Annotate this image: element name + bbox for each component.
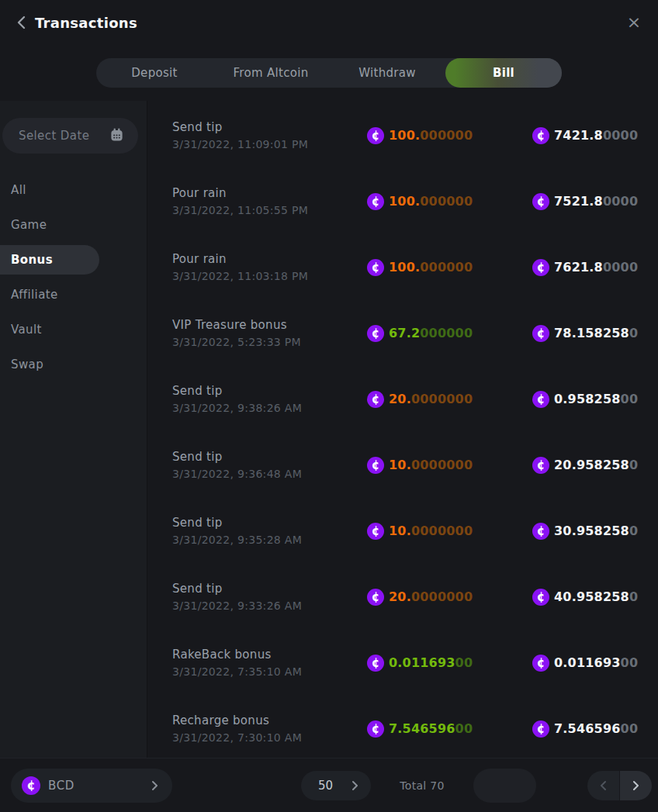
- balance-trailing: 0: [629, 589, 638, 604]
- footer-middle: 50 Total 70: [301, 769, 536, 803]
- filter-label: All: [11, 183, 26, 197]
- transaction-name: Send tip: [172, 120, 367, 134]
- balance-trailing: 0: [629, 326, 638, 340]
- transaction-amount: ¢ 100.000000: [367, 127, 532, 144]
- transaction-name: Send tip: [172, 582, 367, 596]
- transaction-row[interactable]: VIP Treasure bonus 3/31/2022, 5:23:33 PM…: [147, 300, 658, 366]
- transaction-datetime: 3/31/2022, 11:05:55 PM: [172, 204, 367, 216]
- transaction-datetime: 3/31/2022, 11:09:01 PM: [172, 138, 367, 150]
- balance-significant: 7421.8: [554, 128, 603, 143]
- sidebar-filter-item[interactable]: Affiliate: [0, 280, 99, 309]
- chevron-right-icon: [632, 780, 639, 791]
- transaction-row[interactable]: Pour rain 3/31/2022, 11:03:18 PM ¢ 100.0…: [147, 234, 658, 300]
- transaction-datetime: 3/31/2022, 9:36:48 AM: [172, 468, 367, 480]
- transaction-row[interactable]: RakeBack bonus 3/31/2022, 7:35:10 AM ¢ 0…: [147, 630, 658, 696]
- sidebar-filter-item[interactable]: Swap: [0, 350, 99, 379]
- transaction-balance: ¢ 0.95825800: [532, 391, 658, 408]
- balance-trailing: 00: [621, 721, 639, 736]
- transaction-name: RakeBack bonus: [172, 648, 367, 662]
- amount-significant: 20.: [389, 392, 411, 406]
- amount-significant: 100.: [389, 194, 420, 209]
- bcd-coin-icon: ¢: [532, 193, 549, 210]
- amount-trailing: 000000: [420, 326, 473, 340]
- filter-list: AllGameBonusAffiliateVaultSwap: [0, 175, 147, 379]
- sidebar: Select Date AllGameBonusAffiliateVaultSw…: [0, 101, 147, 758]
- filter-label: Game: [11, 218, 47, 232]
- transaction-amount: ¢ 100.000000: [367, 193, 532, 210]
- transaction-row[interactable]: Send tip 3/31/2022, 9:38:26 AM ¢ 20.0000…: [147, 366, 658, 432]
- tab[interactable]: Bill: [445, 58, 562, 88]
- close-icon[interactable]: ×: [624, 12, 644, 33]
- modal-header: Transactions ×: [0, 0, 658, 45]
- amount-trailing: 00: [455, 721, 473, 736]
- tab[interactable]: Withdraw: [329, 58, 445, 88]
- amount-trailing: 0000000: [411, 589, 473, 604]
- balance-significant: 40.958258: [554, 589, 629, 604]
- bcd-coin-icon: ¢: [532, 720, 549, 738]
- transaction-row[interactable]: Pour rain 3/31/2022, 11:05:55 PM ¢ 100.0…: [147, 168, 658, 234]
- tab-label: Withdraw: [358, 66, 416, 80]
- transaction-amount: ¢ 67.2000000: [367, 325, 532, 342]
- page-title: Transactions: [35, 15, 137, 31]
- balance-trailing: 0000: [603, 128, 638, 143]
- transaction-datetime: 3/31/2022, 9:38:26 AM: [172, 402, 367, 414]
- bcd-coin-icon: ¢: [532, 391, 549, 408]
- transaction-row[interactable]: Send tip 3/31/2022, 9:36:48 AM ¢ 10.0000…: [147, 432, 658, 498]
- tab-label: Bill: [493, 66, 514, 80]
- transaction-amount: ¢ 10.0000000: [367, 457, 532, 474]
- amount-trailing: 0000000: [411, 523, 473, 538]
- transaction-balance: ¢ 30.9582580: [532, 523, 658, 540]
- sidebar-filter-item[interactable]: Vault: [0, 315, 99, 344]
- amount-trailing: 000000: [420, 194, 473, 209]
- balance-significant: 0.958258: [554, 392, 621, 406]
- sidebar-filter-item[interactable]: Game: [0, 210, 99, 240]
- transaction-balance: ¢ 0.01169300: [532, 655, 658, 672]
- transaction-name: Send tip: [172, 384, 367, 398]
- pagination: [473, 769, 536, 803]
- chevron-left-icon: [600, 780, 607, 791]
- transaction-balance: ¢ 7421.80000: [532, 127, 658, 144]
- tab[interactable]: Deposit: [96, 58, 213, 88]
- prev-page-button[interactable]: [587, 771, 619, 800]
- filter-label: Bonus: [11, 253, 53, 267]
- page-size-selector[interactable]: 50: [301, 771, 371, 800]
- tab[interactable]: From Altcoin: [213, 58, 329, 88]
- transaction-name: Send tip: [172, 516, 367, 530]
- transaction-row[interactable]: Send tip 3/31/2022, 9:33:26 AM ¢ 20.0000…: [147, 564, 658, 630]
- sidebar-filter-item[interactable]: All: [0, 175, 99, 205]
- amount-trailing: 0000000: [411, 458, 473, 472]
- amount-significant: 7.546596: [389, 721, 455, 736]
- transaction-name: VIP Treasure bonus: [172, 318, 367, 332]
- transaction-datetime: 3/31/2022, 9:35:28 AM: [172, 534, 367, 546]
- back-icon[interactable]: [12, 14, 29, 31]
- calendar-icon: [109, 127, 124, 145]
- tab-bar: DepositFrom AltcoinWithdrawBill: [96, 58, 562, 88]
- balance-trailing: 0000: [603, 194, 638, 209]
- transaction-amount: ¢ 20.0000000: [367, 589, 532, 606]
- footer: ¢ BCD 50 Total 70: [0, 758, 658, 812]
- tab-bar-row: DepositFrom AltcoinWithdrawBill: [0, 45, 658, 101]
- amount-trailing: 000000: [420, 260, 473, 275]
- transaction-balance: ¢ 40.9582580: [532, 589, 658, 606]
- transaction-datetime: 3/31/2022, 5:23:33 PM: [172, 336, 367, 348]
- transaction-row[interactable]: Send tip 3/31/2022, 11:09:01 PM ¢ 100.00…: [147, 102, 658, 168]
- balance-trailing: 00: [621, 655, 639, 670]
- currency-selector[interactable]: ¢ BCD: [11, 769, 172, 803]
- transaction-amount: ¢ 100.000000: [367, 259, 532, 276]
- currency-code: BCD: [48, 779, 151, 793]
- transaction-name: Pour rain: [172, 186, 367, 200]
- balance-significant: 30.958258: [554, 523, 629, 538]
- bcd-coin-icon: ¢: [367, 325, 384, 342]
- bcd-coin-icon: ¢: [532, 589, 549, 606]
- bcd-coin-icon: ¢: [22, 776, 40, 795]
- filter-label: Swap: [11, 358, 43, 371]
- select-date-button[interactable]: Select Date: [2, 118, 138, 154]
- amount-trailing: 000000: [420, 128, 473, 143]
- balance-trailing: 00: [621, 392, 639, 406]
- amount-significant: 20.: [389, 589, 411, 604]
- next-page-button[interactable]: [620, 771, 652, 800]
- sidebar-filter-item[interactable]: Bonus: [0, 245, 99, 275]
- transaction-row[interactable]: Send tip 3/31/2022, 9:35:28 AM ¢ 10.0000…: [147, 498, 658, 564]
- balance-significant: 0.011693: [554, 655, 621, 670]
- transaction-row[interactable]: Recharge bonus 3/31/2022, 7:30:10 AM ¢ 7…: [147, 696, 658, 762]
